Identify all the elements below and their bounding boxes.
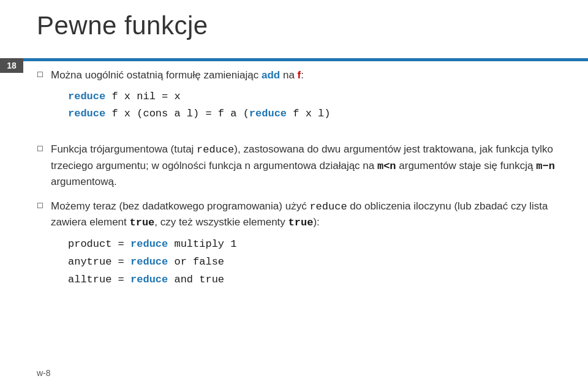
slide-title: Pewne funkcje [37, 11, 208, 40]
reduce-kw-product: reduce [130, 238, 168, 250]
reduce-kw-2: reduce [68, 108, 105, 119]
reduce-kw-3: reduce [249, 108, 287, 119]
code-line-anytrue: anytrue = reduce or false [68, 254, 570, 271]
m-n: m−n [536, 160, 555, 172]
bullet-text-1: Można uogólnić ostatnią formułę zamienia… [51, 67, 570, 133]
code-line-alltrue: alltrue = reduce and true [68, 271, 570, 289]
add-keyword: add [262, 69, 280, 81]
code-line-2: reduce f x (cons a l) = f a (reduce f x … [68, 105, 570, 123]
bullet-item-2: ☐ Funkcja trójargumentowa (tutaj reduce)… [37, 141, 570, 190]
bullet-item-1: ☐ Można uogólnić ostatnią formułę zamien… [37, 67, 570, 133]
bullet-item-3: ☐ Możemy teraz (bez dadatkowego programo… [37, 198, 570, 299]
reduce-kw-alltrue: reduce [130, 274, 168, 285]
bullet-text-3: Możemy teraz (bez dadatkowego programowa… [51, 198, 570, 299]
content-area: ☐ Można uogólnić ostatnią formułę zamien… [37, 67, 570, 360]
footer-text: w-8 [37, 368, 51, 378]
slide-number: 18 [0, 58, 23, 73]
code-line-product: product = reduce multiply 1 [68, 236, 570, 254]
reduce-inline-1: reduce [197, 144, 234, 156]
m-lt-n: m<n [377, 160, 396, 172]
bullet-icon-2: ☐ [37, 143, 43, 154]
bullet-text-2: Funkcja trójargumentowa (tutaj reduce), … [51, 141, 570, 190]
bullet1-text: Można uogólnić ostatnią formułę zamienia… [51, 69, 304, 81]
reduce-inline-2: reduce [309, 201, 347, 213]
bullet-icon-3: ☐ [37, 200, 43, 211]
true-inline-2: true [288, 217, 314, 228]
code-line-1: reduce f x nil = x [68, 88, 570, 106]
accent-bar [23, 58, 588, 61]
code-block-1: reduce f x nil = x reduce f x (cons a l)… [68, 88, 570, 124]
bullet2-text: Funkcja trójargumentowa (tutaj reduce), … [51, 143, 555, 187]
true-inline-1: true [130, 217, 155, 228]
reduce-kw-anytrue: reduce [130, 256, 168, 268]
bullet-icon-1: ☐ [37, 69, 43, 80]
code-block-2: product = reduce multiply 1 anytrue = re… [68, 236, 570, 289]
reduce-kw-1: reduce [68, 91, 105, 102]
bullet3-text: Możemy teraz (bez dadatkowego programowa… [51, 200, 548, 228]
f-keyword: f [298, 69, 301, 81]
